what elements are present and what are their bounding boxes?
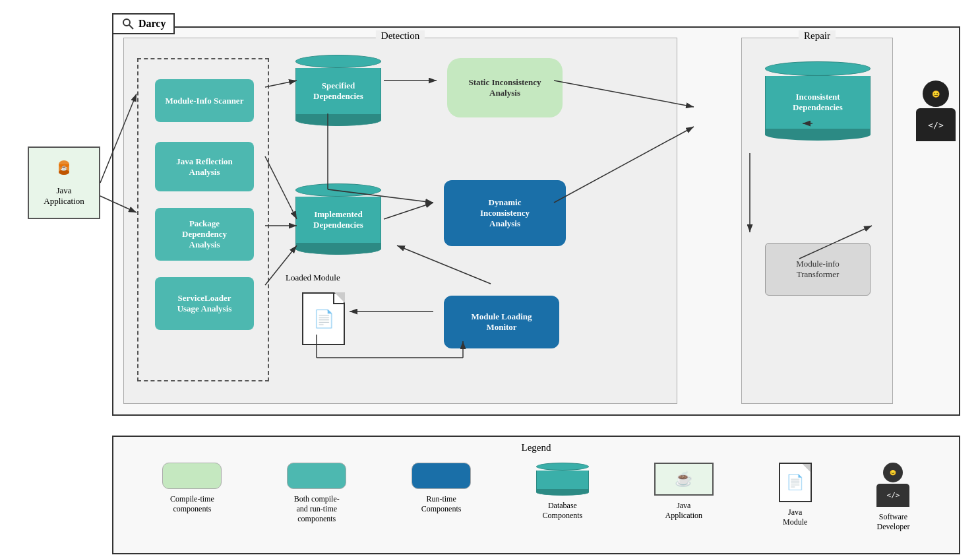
darcy-label: Darcy [112,13,175,34]
diagram-box: ☕ Java Application Detection Module-Info… [112,26,960,416]
svg-point-0 [123,19,130,26]
svg-line-1 [129,25,133,29]
module-loading-monitor: Module LoadingMonitor [444,296,559,348]
legend-runtime: Run-timeComponents [412,463,471,514]
implemented-dependencies-db: ImplementedDependencies [295,183,381,255]
software-developer: 😐 </> [916,81,956,141]
dynamic-inconsistency-analysis: DynamicInconsistencyAnalysis [444,180,566,246]
static-inconsistency-analysis: Static InconsistencyAnalysis [447,58,563,117]
legend-runtime-label: Run-timeComponents [421,494,462,514]
specified-dependencies-db: SpecifiedDependencies [295,55,381,126]
java-app-left-label: Java Application [36,185,92,207]
detection-label: Detection [376,30,425,42]
main-wrapper: Darcy ☕ Java Application Detection [20,13,960,542]
legend-both: Both compile-and run-timecomponents [287,463,346,524]
java-icon-left: ☕ [52,159,76,183]
repair-label: Repair [799,30,836,42]
inconsistent-dependencies-db: InconsistentDependencies [765,61,871,141]
package-dependency-analysis: PackageDependencyAnalysis [155,208,254,261]
module-info-transformer: Module-infoTransformer [765,243,871,296]
legend-compile-time-label: Compile-timecomponents [170,494,214,514]
loaded-module-label: Loaded Module [286,273,340,283]
legend-items: Compile-timecomponents Both compile-and … [113,456,959,539]
legend-both-label: Both compile-and run-timecomponents [294,494,340,524]
service-loader-analysis: ServiceLoaderUsage Analysis [155,277,254,330]
svg-text:☕: ☕ [61,164,67,171]
legend-java-app-label: JavaApplication [665,501,702,521]
repair-section: Repair InconsistentDependencies Module-i… [741,38,893,404]
legend-compile-time: Compile-timecomponents [162,463,222,514]
legend-database: DatabaseComponents [536,463,589,521]
legend-title: Legend [113,437,959,456]
module-info-scanner: Module-Info Scanner [155,79,254,122]
detection-section: Detection Module-Info Scanner Java Refle… [123,38,677,404]
loaded-module-icon: 📄 [302,292,345,345]
legend-java-module-label: JavaModule [783,507,807,527]
darcy-icon [121,17,135,30]
scanners-box: Module-Info Scanner Java ReflectionAnaly… [137,58,269,381]
java-reflection-analysis: Java ReflectionAnalysis [155,142,254,191]
darcy-text: Darcy [138,18,166,30]
legend-box: Legend Compile-timecomponents Both compi… [112,436,960,554]
legend-java-module: 📄 JavaModule [779,463,812,527]
legend-software-developer-label: SoftwareDeveloper [876,512,909,532]
legend-java-app: ☕ JavaApplication [654,463,714,521]
legend-software-developer: 😐 </> SoftwareDeveloper [876,463,909,532]
legend-database-label: DatabaseComponents [543,501,583,521]
